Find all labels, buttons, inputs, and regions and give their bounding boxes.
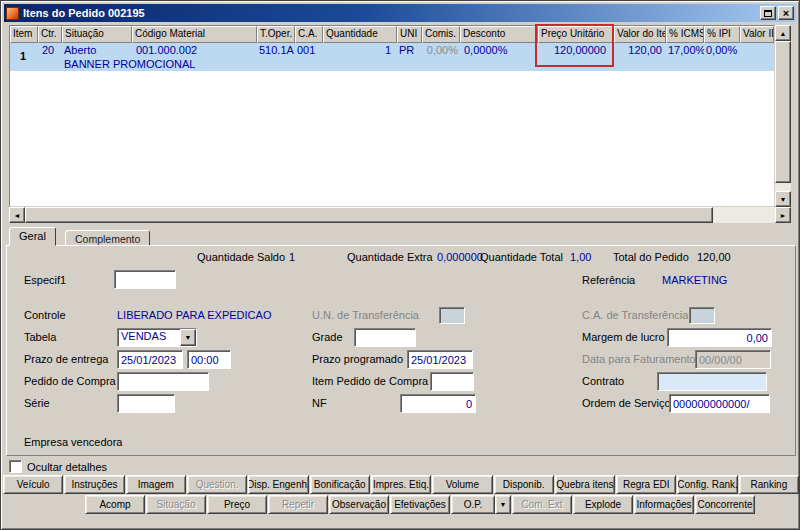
- column-header-quantidade[interactable]: Quantidade: [323, 26, 397, 43]
- column-header-comis[interactable]: Comis.: [422, 26, 460, 43]
- op-dropdown-button[interactable]: ▼: [495, 495, 511, 514]
- disponib-button[interactable]: Disponib.: [494, 475, 554, 494]
- maximize-button[interactable]: [760, 6, 776, 20]
- row-cell-ipi: 0,00%: [704, 43, 740, 57]
- column-header-uni[interactable]: UNI: [397, 26, 422, 43]
- efetivacoes-button[interactable]: Efetivações: [390, 495, 450, 514]
- acomp-button[interactable]: Acomp: [85, 495, 145, 514]
- observacao-button[interactable]: Observação: [329, 495, 389, 514]
- instrucoes-button[interactable]: Instruções: [64, 475, 124, 494]
- margem-lucro-label: Margem de lucro: [582, 331, 665, 343]
- chevron-down-icon[interactable]: ▼: [180, 329, 196, 346]
- column-header-icms[interactable]: % ICMS: [666, 26, 704, 43]
- item-pedido-compra-input[interactable]: [430, 372, 474, 391]
- data-faturamento-input: [695, 350, 771, 369]
- total-pedido-label: Total do Pedido: [613, 251, 689, 263]
- button-row-2: Acomp Situação Preço Repetir Observação …: [85, 495, 755, 514]
- vertical-scroll-thumb[interactable]: [775, 41, 791, 183]
- impres-etiq-button[interactable]: Impres. Etiq.: [371, 475, 431, 494]
- total-pedido-value: 120,00: [697, 251, 731, 263]
- titlebar: Itens do Pedido 002195 ×: [4, 4, 796, 22]
- informacoes-button[interactable]: Informações: [634, 495, 694, 514]
- especif1-input[interactable]: [114, 270, 176, 289]
- scroll-left-icon: ◄: [14, 212, 21, 219]
- ranking-button[interactable]: Ranking: [739, 475, 799, 494]
- scroll-left-button[interactable]: ◄: [9, 207, 25, 223]
- repetir-button: Repetir: [268, 495, 328, 514]
- vertical-scrollbar[interactable]: ▲ ▼: [775, 25, 791, 207]
- grade-input[interactable]: [354, 328, 416, 347]
- horizontal-scrollbar[interactable]: ◄ ►: [9, 207, 791, 223]
- disp-engenh-button[interactable]: Disp. Engenh.: [248, 475, 308, 494]
- contrato-input[interactable]: [657, 372, 767, 391]
- scroll-right-button[interactable]: ►: [775, 207, 791, 223]
- referencia-value: MARKETING: [662, 274, 727, 286]
- column-header-ctr[interactable]: Ctr.: [38, 26, 62, 43]
- ordem-servico-label: Ordem de Serviço: [582, 397, 671, 409]
- close-button[interactable]: ×: [778, 6, 794, 20]
- row-cell-toper: 510.1A: [257, 43, 295, 57]
- imagem-button[interactable]: Imagem: [126, 475, 186, 494]
- serie-label: Série: [24, 397, 50, 409]
- serie-input[interactable]: [117, 394, 175, 413]
- window-title: Itens do Pedido 002195: [23, 7, 758, 19]
- quantidade-extra-label: Quantidade Extra: [347, 251, 433, 263]
- margem-lucro-input[interactable]: [667, 328, 772, 347]
- quantidade-extra-value: 0,000000: [437, 251, 483, 263]
- op-button[interactable]: O.P.: [451, 495, 495, 514]
- preco-button[interactable]: Preço: [207, 495, 267, 514]
- quantidade-saldo-value: 1: [289, 251, 295, 263]
- data-faturamento-label: Data para Faturamento: [582, 353, 696, 365]
- row-values: 20 Aberto 001.000.002 510.1A 001 1 PR 0,…: [10, 43, 774, 57]
- checkbox-box[interactable]: [9, 460, 22, 473]
- ocultar-detalhes-checkbox[interactable]: Ocultar detalhes: [9, 460, 107, 473]
- row-cell-ctr: 20: [38, 43, 62, 57]
- horizontal-scroll-thumb[interactable]: [25, 207, 713, 223]
- column-header-ca[interactable]: C.A.: [295, 26, 323, 43]
- concorrente-button[interactable]: Concorrente: [695, 495, 755, 514]
- table-row-selected[interactable]: 20 Aberto 001.000.002 510.1A 001 1 PR 0,…: [10, 43, 774, 71]
- prazo-programado-input[interactable]: [407, 350, 473, 369]
- column-header-desconto[interactable]: Desconto: [460, 26, 538, 43]
- quantidade-total-label: Quantidade Total: [480, 251, 563, 263]
- column-header-codigo-material[interactable]: Código Material: [132, 26, 257, 43]
- tabela-select[interactable]: VENDAS ▼: [117, 328, 197, 347]
- pedido-compra-input[interactable]: [117, 372, 209, 391]
- contrato-label: Contrato: [582, 375, 624, 387]
- quebra-itens-button[interactable]: Quebra itens: [555, 475, 615, 494]
- tab-complemento[interactable]: Complemento: [65, 230, 150, 246]
- veiculo-button[interactable]: Veículo: [3, 475, 63, 494]
- column-header-preco-unitario[interactable]: Preço Unitário: [538, 26, 614, 43]
- scroll-down-icon: ▼: [780, 196, 787, 203]
- explode-button[interactable]: Explode: [573, 495, 633, 514]
- un-transferencia-field: [439, 307, 465, 324]
- column-header-ipi[interactable]: % IPI: [704, 26, 740, 43]
- nf-input[interactable]: [400, 394, 476, 413]
- ca-transferencia-label: C.A. de Transferência: [582, 309, 688, 321]
- prazo-entrega-date-input[interactable]: [117, 350, 183, 369]
- column-header-valor-do-item[interactable]: Valor do Item: [614, 26, 666, 43]
- regra-edi-button[interactable]: Regra EDI: [616, 475, 676, 494]
- quantidade-saldo-label: Quantidade Saldo: [197, 251, 285, 263]
- com-ext-button: Com. Ext: [512, 495, 572, 514]
- scroll-up-icon: ▲: [780, 30, 787, 37]
- row-cell-situacao: Aberto: [62, 43, 132, 57]
- prazo-entrega-time-input[interactable]: [187, 350, 231, 369]
- close-icon: ×: [783, 8, 789, 19]
- config-rank-button[interactable]: Config. Rank.: [677, 475, 737, 494]
- volume-button[interactable]: Volume: [432, 475, 492, 494]
- row-cell-valor-do-item: 120,00: [614, 43, 666, 57]
- row-description: BANNER PROMOCIONAL: [10, 57, 774, 71]
- column-header-toper[interactable]: T.Oper.: [257, 26, 295, 43]
- column-header-situacao[interactable]: Situação: [62, 26, 132, 43]
- ordem-servico-input[interactable]: [669, 394, 770, 413]
- column-header-item[interactable]: Item: [10, 26, 38, 43]
- scroll-down-button[interactable]: ▼: [775, 191, 791, 207]
- column-header-valor-ipi[interactable]: Valor IPI: [740, 26, 774, 43]
- row-cell-preco-unitario: 120,00000: [538, 43, 614, 57]
- question-button: Question.: [187, 475, 247, 494]
- scroll-up-button[interactable]: ▲: [775, 25, 791, 41]
- especif1-label: Especif1: [24, 274, 66, 286]
- tab-geral[interactable]: Geral: [9, 227, 56, 246]
- bonificacao-button[interactable]: Bonificação: [310, 475, 370, 494]
